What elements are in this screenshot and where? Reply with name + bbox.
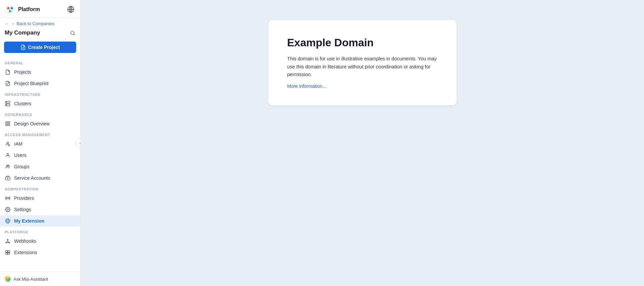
sidebar-item-settings[interactable]: Settings [0, 204, 80, 215]
svg-line-9 [74, 34, 75, 35]
section-governance-label: GOVERNANCE [0, 109, 80, 118]
card-more-info-link[interactable]: More information... [287, 83, 327, 89]
section-infrastructure-label: INFRASTRUCTURE [0, 89, 80, 98]
sidebar-footer: Ask Mia-Assistant [0, 272, 80, 286]
company-name: My Company [5, 30, 40, 36]
groups-icon [5, 164, 11, 170]
svg-rect-18 [6, 122, 7, 123]
sidebar-item-groups[interactable]: Groups [0, 161, 80, 172]
webhooks-label: Webhooks [14, 238, 36, 244]
svg-point-17 [6, 105, 6, 105]
main-content: Example Domain This domain is for use in… [81, 0, 644, 286]
my-extension-label: My Extension [14, 218, 44, 224]
server-icon [5, 101, 11, 107]
design-overview-label: Design Overview [14, 121, 50, 126]
svg-rect-20 [6, 124, 7, 126]
globe-header-icon[interactable] [66, 5, 76, 14]
svg-point-46 [7, 279, 9, 281]
svg-rect-40 [8, 250, 10, 252]
svg-point-23 [8, 145, 10, 146]
svg-point-25 [7, 154, 8, 155]
settings-icon [5, 207, 11, 213]
svg-line-24 [8, 144, 9, 145]
create-project-label: Create Project [28, 45, 60, 50]
svg-point-30 [7, 197, 8, 199]
settings-label: Settings [14, 207, 31, 212]
create-project-button[interactable]: Create Project [4, 42, 76, 53]
svg-point-0 [5, 5, 15, 14]
svg-rect-21 [8, 124, 10, 126]
sidebar-item-project-blueprint[interactable]: Project Blueprint [0, 78, 80, 89]
clusters-label: Clusters [14, 101, 31, 106]
ask-mia-button[interactable]: Ask Mia-Assistant [5, 276, 76, 282]
company-name-row: My Company [0, 28, 80, 40]
section-platforge-label: PLATFORGE [0, 227, 80, 235]
svg-point-2 [11, 7, 13, 9]
section-administration-label: ADMINISTRATION [0, 184, 80, 192]
extensions-icon [5, 249, 11, 255]
ask-mia-label: Ask Mia-Assistant [13, 277, 48, 282]
ask-mia-icon [5, 276, 11, 282]
sidebar-header: Platform [0, 0, 80, 18]
svg-point-27 [8, 165, 9, 166]
sidebar-item-users[interactable]: Users [0, 150, 80, 161]
file-plus-icon [20, 45, 26, 50]
example-domain-card: Example Domain This domain is for use in… [268, 20, 456, 105]
section-general-label: GENERAL [0, 58, 80, 66]
svg-point-37 [9, 242, 10, 243]
sidebar-item-my-extension[interactable]: My Extension [0, 215, 80, 227]
svg-point-35 [7, 239, 8, 240]
sidebar-item-service-accounts[interactable]: Service Accounts [0, 172, 80, 184]
svg-point-8 [71, 31, 74, 34]
back-to-companies-label: ← Back to Companies [11, 21, 54, 26]
svg-point-3 [9, 10, 11, 12]
users-label: Users [14, 153, 27, 158]
svg-rect-28 [5, 177, 10, 180]
svg-point-16 [6, 102, 6, 102]
file-icon [5, 69, 11, 75]
sidebar-item-clusters[interactable]: Clusters [0, 98, 80, 109]
card-description: This domain is for use in illustrative e… [287, 55, 438, 78]
sidebar-item-extensions[interactable]: Extensions [0, 247, 80, 258]
sidebar-item-providers[interactable]: Providers [0, 192, 80, 204]
svg-point-22 [7, 142, 8, 144]
svg-rect-39 [6, 250, 7, 252]
svg-point-45 [7, 277, 9, 279]
iam-icon [5, 141, 11, 147]
svg-point-26 [6, 165, 8, 166]
service-account-icon [5, 175, 11, 181]
back-to-companies-link[interactable]: ← ← Back to Companies [0, 18, 80, 28]
svg-point-36 [6, 242, 7, 243]
logo-area: Platform [5, 4, 40, 15]
svg-rect-41 [6, 253, 7, 254]
section-access-management-label: ACCESS MANAGEMENT [0, 129, 80, 138]
sidebar-item-projects[interactable]: Projects [0, 66, 80, 78]
back-arrow-icon: ← [5, 21, 9, 26]
webhook-icon [5, 238, 11, 244]
mia-logo-icon [5, 4, 15, 15]
svg-rect-19 [8, 122, 10, 123]
svg-point-1 [7, 7, 9, 9]
providers-label: Providers [14, 195, 34, 201]
projects-label: Projects [14, 69, 31, 75]
groups-label: Groups [14, 164, 30, 169]
svg-point-29 [7, 178, 8, 179]
grid-icon [5, 121, 11, 127]
iam-label: IAM [14, 141, 22, 147]
search-button[interactable] [70, 30, 76, 36]
card-title: Example Domain [287, 36, 438, 49]
project-blueprint-label: Project Blueprint [14, 81, 49, 86]
sidebar: Platform ← ← Back to Companies My Compan… [0, 0, 81, 286]
sidebar-item-iam[interactable]: IAM [0, 138, 80, 150]
blueprint-icon [5, 80, 11, 87]
extensions-label: Extensions [14, 250, 37, 255]
svg-point-31 [7, 209, 8, 210]
service-accounts-label: Service Accounts [14, 175, 50, 181]
logo-text: Platform [18, 6, 40, 12]
sidebar-item-design-overview[interactable]: Design Overview [0, 118, 80, 129]
extension-globe-icon [5, 218, 11, 224]
svg-rect-42 [8, 253, 10, 254]
user-icon [5, 152, 11, 158]
sidebar-item-webhooks[interactable]: Webhooks [0, 235, 80, 247]
providers-icon [5, 195, 11, 201]
